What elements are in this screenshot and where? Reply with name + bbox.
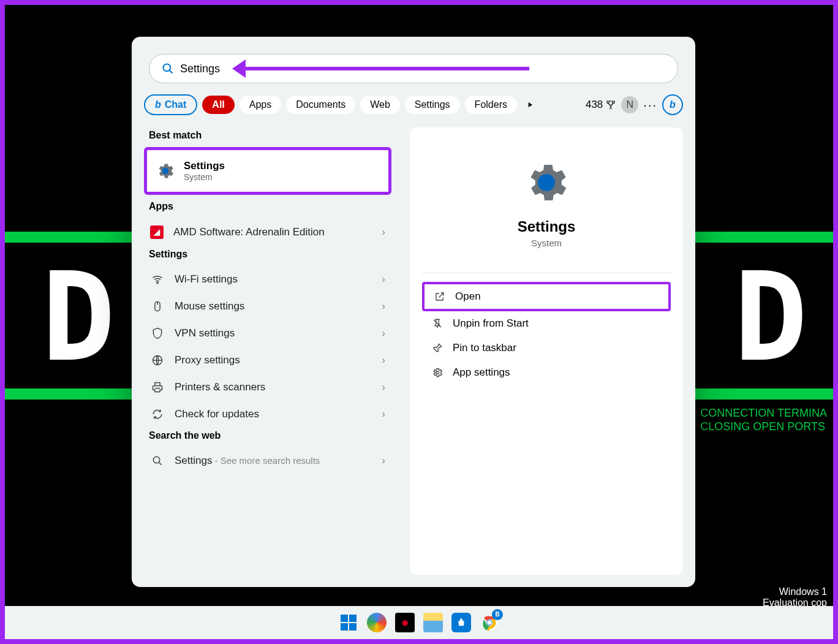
gear-icon — [522, 158, 571, 207]
gear-icon — [156, 161, 175, 181]
bing-button[interactable]: b — [662, 94, 683, 115]
web-label: Search the web — [149, 430, 387, 441]
chevron-right-icon: › — [382, 408, 385, 420]
best-match-subtitle: System — [184, 172, 225, 182]
svg-point-7 — [436, 371, 439, 374]
action-unpin-start[interactable]: Unpin from Start — [422, 311, 671, 336]
setting-proxy[interactable]: Proxy settings› — [144, 347, 391, 374]
svg-point-1 — [162, 168, 169, 175]
mouse-icon — [150, 300, 165, 313]
svg-point-5 — [153, 456, 160, 463]
chevron-right-icon: › — [382, 300, 385, 313]
chevron-right-icon: › — [382, 354, 385, 366]
open-icon — [433, 291, 447, 302]
gear-icon — [431, 367, 444, 378]
globe-icon — [150, 354, 165, 366]
shield-icon — [150, 327, 165, 339]
chevron-right-icon: › — [382, 226, 385, 238]
notification-badge: B — [492, 609, 503, 620]
best-match-title: Settings — [184, 160, 225, 172]
setting-printers[interactable]: Printers & scanners› — [144, 374, 391, 401]
more-menu[interactable]: ··· — [643, 98, 657, 112]
chrome-icon[interactable]: B — [480, 613, 499, 632]
annotation-arrow — [235, 67, 529, 70]
copilot-icon[interactable] — [367, 613, 387, 632]
setting-wifi[interactable]: Wi-Fi settings› — [144, 266, 391, 293]
chevron-right-icon: › — [382, 327, 385, 339]
store-icon[interactable] — [451, 613, 471, 632]
wifi-icon — [150, 273, 165, 286]
divider — [422, 273, 671, 273]
filter-documents[interactable]: Documents — [286, 96, 355, 114]
best-match-item[interactable]: Settings System — [144, 147, 391, 195]
chevron-right-icon: › — [382, 455, 385, 467]
explorer-icon[interactable] — [423, 613, 443, 632]
search-box[interactable] — [149, 54, 678, 83]
refresh-icon — [150, 408, 165, 420]
filter-web[interactable]: Web — [360, 96, 400, 114]
bing-icon: b — [155, 99, 161, 110]
results-pane: Best match Settings System Apps ◢ AMD So… — [132, 127, 404, 587]
filter-folders[interactable]: Folders — [465, 96, 517, 114]
chevron-right-icon: › — [382, 273, 385, 286]
filter-row: b Chat All Apps Documents Web Settings F… — [144, 94, 683, 115]
search-icon — [162, 63, 174, 75]
pin-icon — [431, 343, 444, 354]
user-avatar[interactable]: N — [621, 96, 638, 113]
start-search-panel: b Chat All Apps Documents Web Settings F… — [132, 37, 695, 587]
filter-settings[interactable]: Settings — [405, 96, 460, 114]
rewards-points[interactable]: 438 — [586, 99, 616, 111]
svg-point-10 — [488, 621, 492, 625]
start-button[interactable] — [339, 613, 358, 632]
action-open[interactable]: Open — [422, 282, 671, 311]
setting-mouse[interactable]: Mouse settings› — [144, 293, 391, 320]
preview-title: Settings — [518, 218, 576, 235]
action-pin-taskbar[interactable]: Pin to taskbar — [422, 336, 671, 360]
apps-label: Apps — [149, 201, 387, 212]
filter-all[interactable]: All — [202, 96, 234, 114]
taskbar: ◉ B — [5, 606, 833, 639]
settings-label: Settings — [149, 249, 387, 260]
unpin-icon — [431, 318, 444, 329]
app-item-amd[interactable]: ◢ AMD Software: Adrenalin Edition › — [144, 218, 391, 246]
search-icon — [150, 455, 165, 466]
svg-point-6 — [538, 174, 555, 191]
printer-icon — [150, 381, 165, 393]
filter-apps[interactable]: Apps — [240, 96, 281, 114]
setting-updates[interactable]: Check for updates› — [144, 401, 391, 428]
amd-icon: ◢ — [150, 225, 164, 239]
web-search-item[interactable]: Settings - See more search results › — [144, 447, 391, 474]
trophy-icon — [605, 99, 616, 110]
more-filters-icon[interactable] — [526, 100, 534, 109]
best-match-label: Best match — [149, 130, 387, 141]
preview-pane: Settings System Open Unpin from Start Pi… — [410, 127, 683, 575]
chevron-right-icon: › — [382, 381, 385, 393]
amd-taskbar-icon[interactable]: ◉ — [395, 613, 415, 632]
chat-tab[interactable]: b Chat — [144, 94, 197, 115]
svg-point-2 — [157, 282, 158, 284]
preview-subtitle: System — [531, 238, 562, 248]
svg-point-0 — [164, 64, 171, 72]
setting-vpn[interactable]: VPN settings› — [144, 320, 391, 347]
action-app-settings[interactable]: App settings — [422, 360, 671, 385]
